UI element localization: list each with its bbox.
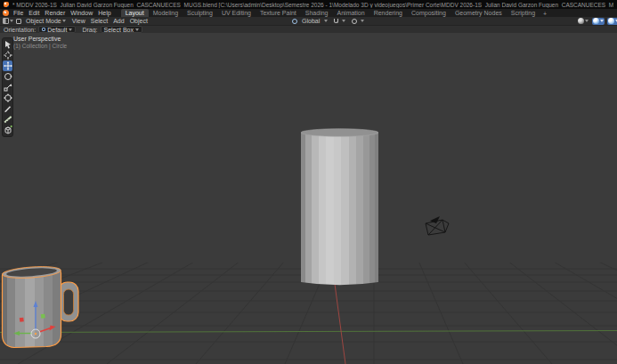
blender-menu-icon[interactable] bbox=[3, 10, 9, 16]
tab-modeling[interactable]: Modeling bbox=[149, 9, 183, 17]
menu-render[interactable]: Render bbox=[42, 9, 68, 17]
annotate-tool[interactable] bbox=[3, 103, 12, 114]
shading-solid-sphere-icon bbox=[608, 18, 614, 24]
drag-dd-caret-icon bbox=[135, 28, 139, 31]
rotate-tool[interactable] bbox=[3, 71, 12, 82]
viewport-scene[interactable] bbox=[0, 33, 617, 364]
menu-help[interactable]: Help bbox=[95, 9, 113, 17]
viewport-overlay-text: User Perspective (1) Collection | Circle bbox=[13, 36, 67, 49]
gizmo-sphere-icon bbox=[578, 18, 584, 24]
cursor-tool[interactable] bbox=[3, 50, 12, 61]
orientation-tool-icon bbox=[42, 28, 45, 31]
menu-window[interactable]: Window bbox=[68, 9, 95, 17]
tab-animation[interactable]: Animation bbox=[333, 9, 369, 17]
measure-tool[interactable] bbox=[3, 114, 12, 125]
proportional-editing-icon[interactable] bbox=[352, 19, 357, 24]
viewport-header: Object Mode View Select Add Object Globa… bbox=[0, 17, 617, 25]
gizmo-plane-y[interactable] bbox=[41, 314, 45, 319]
drag-label: Drag: bbox=[82, 27, 97, 33]
snap-caret-icon[interactable] bbox=[342, 20, 345, 22]
add-cube-tool[interactable] bbox=[3, 125, 12, 135]
menu-view[interactable]: View bbox=[69, 17, 88, 25]
viewport-toolbar bbox=[2, 37, 13, 137]
editor-type-icon[interactable] bbox=[3, 18, 9, 24]
transform-orientation-dropdown[interactable]: Global bbox=[301, 17, 321, 25]
orientation-caret-icon[interactable] bbox=[324, 20, 328, 22]
topbar: File Edit Render Window Help Layout Mode… bbox=[0, 9, 617, 17]
axis-x-line bbox=[335, 284, 345, 364]
object-origin-dot bbox=[35, 333, 37, 335]
editor-type-caret-icon[interactable] bbox=[10, 20, 13, 22]
overlays-toggle[interactable] bbox=[592, 18, 605, 25]
tab-scripting[interactable]: Scripting bbox=[507, 9, 540, 17]
collection-object-label: (1) Collection | Circle bbox=[13, 43, 67, 49]
orientation-value: Default bbox=[47, 27, 67, 33]
viewport-gizmos-toggle[interactable] bbox=[577, 18, 589, 25]
drag-value: Select Box bbox=[104, 27, 134, 33]
transform-tool[interactable] bbox=[3, 93, 12, 103]
orientation-label: Orientation: bbox=[4, 27, 36, 33]
orientation-dropdown[interactable]: Default bbox=[38, 26, 76, 33]
menu-add[interactable]: Add bbox=[110, 17, 126, 25]
scale-tool[interactable] bbox=[3, 82, 12, 93]
overlays-sphere-icon bbox=[593, 18, 599, 24]
tab-sculpting[interactable]: Sculpting bbox=[183, 9, 217, 17]
tool-settings-bar: Orientation: Default Drag: Select Box bbox=[0, 25, 617, 33]
tab-compositing[interactable]: Compositing bbox=[407, 9, 451, 17]
tab-rendering[interactable]: Rendering bbox=[369, 9, 407, 17]
tab-uv-editing[interactable]: UV Editing bbox=[217, 9, 256, 17]
gizmo-plane-x[interactable] bbox=[20, 318, 24, 322]
tab-layout[interactable]: Layout bbox=[121, 9, 149, 17]
window-titlebar: * MDDV 2026-1S_Julian David Garzon Fuque… bbox=[0, 0, 617, 9]
blender-app-icon bbox=[4, 2, 9, 7]
move-tool[interactable] bbox=[3, 61, 12, 71]
orientation-dd-caret-icon bbox=[69, 28, 72, 31]
gizmos-caret-icon bbox=[585, 20, 589, 22]
mode-caret-icon[interactable] bbox=[62, 20, 66, 22]
menu-object[interactable]: Object bbox=[127, 17, 150, 25]
menu-edit[interactable]: Edit bbox=[26, 9, 42, 17]
mode-dropdown[interactable]: Object Mode bbox=[23, 17, 62, 25]
menu-select[interactable]: Select bbox=[88, 17, 110, 25]
drag-dropdown[interactable]: Select Box bbox=[101, 26, 142, 33]
workspace-tabs: Layout Modeling Sculpting UV Editing Tex… bbox=[121, 9, 551, 17]
view-perspective-label: User Perspective bbox=[13, 36, 67, 42]
tab-texture-paint[interactable]: Texture Paint bbox=[256, 9, 301, 17]
select-box-tool[interactable] bbox=[3, 39, 12, 50]
overlays-caret-icon bbox=[600, 20, 604, 22]
transform-snap-controls: Global bbox=[292, 17, 364, 25]
snap-magnet-icon[interactable] bbox=[334, 19, 338, 23]
shading-overlay-controls bbox=[577, 17, 617, 25]
mug-handle-hole bbox=[64, 289, 74, 315]
shading-solid-toggle[interactable] bbox=[607, 18, 617, 25]
menu-file[interactable]: File bbox=[11, 9, 26, 17]
window-title: * MDDV 2026-1S_Julian David Garzon Fuque… bbox=[12, 2, 613, 8]
transform-orientation-icon bbox=[292, 19, 297, 24]
object-mode-icon bbox=[16, 19, 21, 24]
tab-shading[interactable]: Shading bbox=[301, 9, 333, 17]
add-workspace-button[interactable]: + bbox=[540, 11, 550, 17]
cylinder-object[interactable] bbox=[301, 129, 378, 286]
viewport-3d[interactable]: User Perspective (1) Collection | Circle bbox=[0, 33, 617, 364]
camera-object[interactable] bbox=[426, 216, 449, 235]
proportional-caret-icon[interactable] bbox=[361, 20, 364, 22]
tab-geometry-nodes[interactable]: Geometry Nodes bbox=[451, 9, 507, 17]
